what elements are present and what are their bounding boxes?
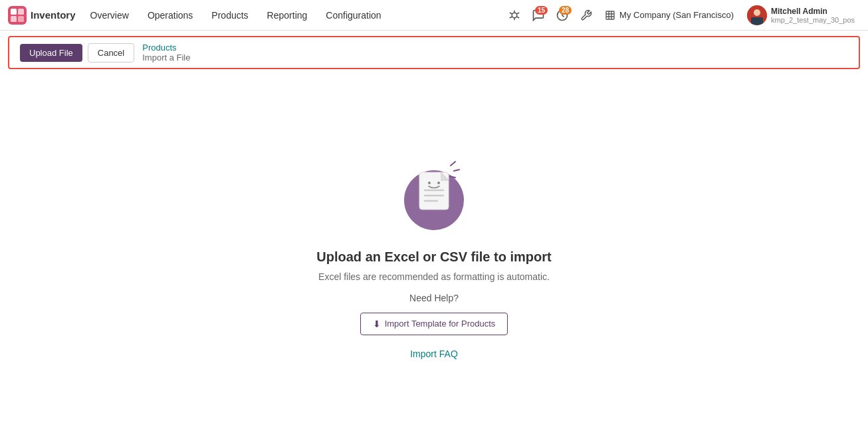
svg-line-25 <box>451 162 455 166</box>
building-icon <box>605 10 615 21</box>
nav-item-overview[interactable]: Overview <box>81 0 138 31</box>
bug-icon-btn[interactable] <box>504 5 525 26</box>
clock-badge: 28 <box>559 6 572 15</box>
inventory-icon <box>8 6 27 25</box>
nav-item-reporting[interactable]: Reporting <box>258 0 317 31</box>
svg-point-23 <box>428 182 431 184</box>
user-db: kmp_2_test_may_30_pos <box>771 16 855 24</box>
bug-icon <box>508 9 520 21</box>
action-bar: Upload File Cancel Products Import a Fil… <box>8 36 860 69</box>
messages-badge: 15 <box>535 6 548 15</box>
clock-icon-btn[interactable]: 28 <box>552 5 573 26</box>
messages-icon-btn[interactable]: 15 <box>528 5 549 26</box>
user-menu[interactable]: Mitchell Admin kmp_2_test_may_30_pos <box>742 5 860 25</box>
breadcrumb-parent[interactable]: Products <box>142 43 190 53</box>
brand-logo[interactable]: Inventory <box>8 6 76 25</box>
nav-item-products[interactable]: Products <box>202 0 257 31</box>
breadcrumb: Products Import a File <box>142 43 190 63</box>
wrench-icon <box>580 9 592 21</box>
svg-line-10 <box>510 17 512 18</box>
avatar-illustration <box>747 5 767 25</box>
navbar: Inventory Overview Operations Products R… <box>0 0 868 31</box>
svg-rect-3 <box>11 16 17 22</box>
need-help-text: Need Help? <box>409 293 459 303</box>
svg-line-8 <box>517 17 519 18</box>
nav-item-operations[interactable]: Operations <box>138 0 202 31</box>
import-faq-link[interactable]: Import FAQ <box>410 349 458 359</box>
upload-file-button[interactable]: Upload File <box>20 44 82 62</box>
import-template-label: Import Template for Products <box>385 319 496 329</box>
import-template-button[interactable]: ⬇ Import Template for Products <box>360 313 508 335</box>
nav-right-area: 15 28 My Company (San Francisco) <box>504 5 860 26</box>
main-content: Upload an Excel or CSV file to import Ex… <box>0 74 868 438</box>
wrench-icon-btn[interactable] <box>576 5 597 26</box>
svg-rect-1 <box>11 9 17 15</box>
user-info: Mitchell Admin kmp_2_test_may_30_pos <box>771 7 855 24</box>
svg-rect-13 <box>606 11 614 19</box>
svg-rect-17 <box>751 17 763 25</box>
svg-rect-2 <box>18 9 24 15</box>
svg-point-5 <box>512 13 517 18</box>
svg-line-26 <box>454 170 459 171</box>
svg-point-24 <box>437 182 440 184</box>
upload-subtitle: Excel files are recommended as formattin… <box>318 271 550 282</box>
download-icon: ⬇ <box>373 319 381 329</box>
user-avatar <box>747 5 767 25</box>
upload-title: Upload an Excel or CSV file to import <box>316 249 551 265</box>
nav-item-configuration[interactable]: Configuration <box>316 0 390 31</box>
brand-name: Inventory <box>31 9 76 21</box>
upload-illustration <box>394 154 474 233</box>
cancel-button[interactable]: Cancel <box>88 43 134 63</box>
svg-rect-4 <box>18 16 24 22</box>
svg-rect-0 <box>8 6 27 25</box>
svg-line-7 <box>517 13 519 14</box>
user-name: Mitchell Admin <box>771 7 855 16</box>
breadcrumb-current: Import a File <box>142 53 190 63</box>
svg-point-15 <box>754 9 760 16</box>
svg-line-11 <box>510 13 512 14</box>
company-name: My Company (San Francisco) <box>619 10 734 20</box>
company-selector[interactable]: My Company (San Francisco) <box>599 10 739 21</box>
